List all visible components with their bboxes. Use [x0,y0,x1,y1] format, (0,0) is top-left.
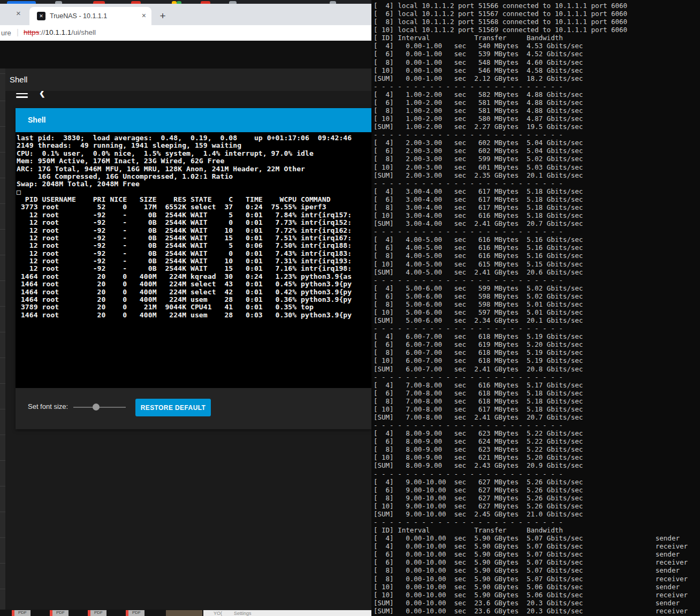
url-path: /ui/shell [71,28,96,36]
address-divider: | [17,27,19,36]
taskbar-item-label: PDF [128,610,144,616]
tab-close-icon[interactable]: × [142,11,146,20]
url-host: 10.1.1.1 [45,28,72,36]
font-size-label: Set font size: [28,402,68,410]
browser-window: × ✕ TrueNAS - 10.1.1.1 × + ure | https:/… [0,0,371,616]
background-window-tab-fragments [0,0,371,4]
sidebar-edge [0,69,5,610]
shell-card-header: Shell [16,108,371,132]
taskbar-thumbnail [166,610,202,616]
shell-terminal-output[interactable]: last pid: 3830; load averages: 0.48, 0.1… [17,134,352,319]
settings-window-label: Settings [234,611,252,616]
shell-terminal[interactable]: last pid: 3830; load averages: 0.48, 0.1… [16,132,371,388]
security-label-cut: ure [1,29,11,37]
shell-card-footer: Set font size: RESTORE DEFAULT [16,388,371,429]
truenas-favicon-icon: ✕ [37,12,45,20]
page-title: Shell [10,75,27,84]
truenas-top-bar: ❮ [0,41,371,69]
new-tab-button[interactable]: + [156,10,169,23]
taskbar-item-label: PDF [14,610,31,616]
background-tab-close-icon[interactable]: × [16,9,21,18]
url-separator: :// [39,28,45,36]
breadcrumb-bar: Shell [5,69,371,91]
background-window-text: YO( [214,611,222,616]
address-bar[interactable]: ure | https://10.1.1.1/ui/shell [0,25,371,41]
background-window-edge: YO( Settings [203,610,371,616]
shell-card: Shell last pid: 3830; load averages: 0.4… [16,108,371,429]
tab-strip: × ✕ TrueNAS - 10.1.1.1 × + [0,4,371,25]
shell-card-title: Shell [28,116,45,124]
restore-default-button[interactable]: RESTORE DEFAULT [135,399,211,416]
url-scheme: https [24,28,39,36]
font-size-slider-thumb[interactable] [93,404,100,410]
tab-title: TrueNAS - 10.1.1.1 [50,12,107,20]
iperf-terminal-output[interactable]: [ 4] local 10.1.1.2 port 51566 connected… [374,2,688,615]
iperf-terminal-window[interactable]: [ 4] local 10.1.1.2 port 51566 connected… [371,0,700,616]
screen: [ 4] local 10.1.1.2 port 51566 connected… [0,0,700,616]
url-text[interactable]: https://10.1.1.1/ui/shell [24,28,96,36]
tab-truenas[interactable]: ✕ TrueNAS - 10.1.1.1 × [29,7,151,25]
taskbar-edge: PDF PDF PDF PDF YO( Settings [0,610,371,616]
taskbar-item-label: PDF [52,610,69,616]
font-size-slider[interactable] [73,407,126,408]
taskbar-item-label: PDF [90,610,106,616]
